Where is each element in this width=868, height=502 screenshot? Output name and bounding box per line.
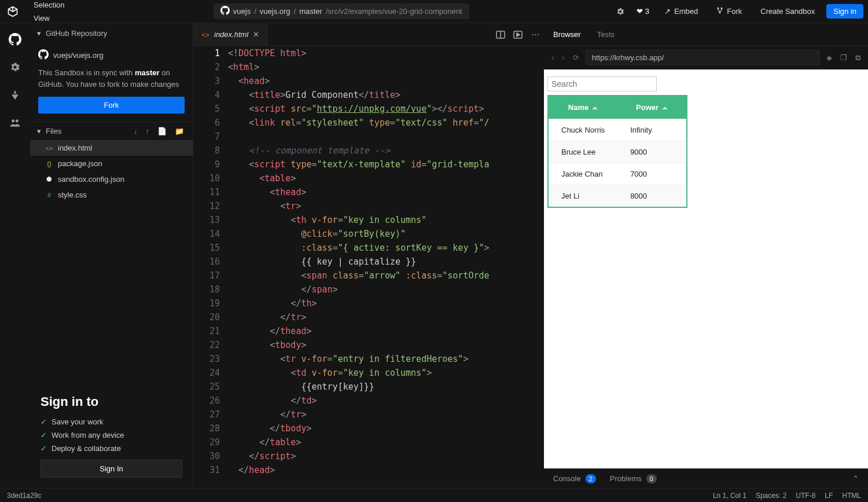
url-input[interactable] xyxy=(586,50,820,65)
copy-icon[interactable]: ⧉ xyxy=(854,53,862,63)
share-icon: ↗ xyxy=(664,7,671,16)
chevron-up-icon[interactable]: ⌃ xyxy=(852,474,859,483)
breadcrumb[interactable]: vuejs/ vuejs.org/ master /src/v2/example… xyxy=(214,3,469,19)
files-section-header[interactable]: ▾ Files ↓ ↑ 📄 📁 xyxy=(30,122,193,140)
activity-bar xyxy=(0,23,30,488)
eol[interactable]: LF xyxy=(825,492,833,500)
fork-button[interactable]: Fork xyxy=(709,4,749,19)
grid-column-header[interactable]: Name xyxy=(548,96,617,119)
github-icon xyxy=(38,49,49,61)
fork-icon xyxy=(716,7,723,16)
live-icon[interactable] xyxy=(8,116,22,130)
preview-icon[interactable] xyxy=(509,30,527,39)
diamond-icon[interactable]: ◈ xyxy=(825,53,834,62)
file-type-icon: {} xyxy=(45,160,53,168)
table-cell: 8000 xyxy=(617,185,687,208)
console-tab[interactable]: Console 2 xyxy=(553,474,596,483)
tab-index-html[interactable]: <> index.html ✕ xyxy=(193,23,268,46)
new-file-icon[interactable]: 📄 xyxy=(156,127,168,135)
file-type-icon: ⬢ xyxy=(45,175,53,184)
file-item[interactable]: #style.css xyxy=(30,187,193,203)
commit-hash[interactable]: 3ded1a29c xyxy=(7,492,41,500)
table-cell: 7000 xyxy=(617,163,687,185)
signin-title: Sign in to xyxy=(41,394,182,409)
file-item[interactable]: ⬢sandbox.config.json xyxy=(30,171,193,187)
svg-point-1 xyxy=(721,8,723,9)
refresh-icon[interactable]: ⟳ xyxy=(571,53,581,62)
table-cell: Jet Li xyxy=(548,185,617,208)
new-folder-icon[interactable]: 📁 xyxy=(173,127,186,135)
problems-tab[interactable]: Problems 0 xyxy=(610,474,657,483)
fork-sidebar-button[interactable]: Fork xyxy=(38,97,185,113)
svg-marker-8 xyxy=(517,33,520,36)
menu-item-selection[interactable]: Selection xyxy=(28,0,70,12)
heart-icon: ❤ xyxy=(637,7,643,16)
table-cell: Jackie Chan xyxy=(548,163,617,185)
sidebar-header[interactable]: ▾ GitHub Repository xyxy=(30,23,193,43)
file-list: <>index.html{}package.json⬢sandbox.confi… xyxy=(30,140,193,203)
forward-icon[interactable]: › xyxy=(560,53,566,62)
gear-icon[interactable] xyxy=(612,3,628,20)
more-icon[interactable]: ⋯ xyxy=(527,30,544,39)
status-bar: 3ded1a29c Ln 1, Col 1 Spaces: 2 UTF-8 LF… xyxy=(0,488,868,502)
sort-arrow-icon xyxy=(662,107,668,109)
console-count-badge: 2 xyxy=(586,474,596,483)
back-icon[interactable]: ‹ xyxy=(550,53,556,62)
language-mode[interactable]: HTML xyxy=(842,492,861,500)
sidebar: ▾ GitHub Repository vuejs/vuejs.org This… xyxy=(30,23,193,488)
github-icon xyxy=(220,6,230,17)
html-file-icon: <> xyxy=(201,31,209,39)
check-icon: ✓ xyxy=(41,444,47,453)
breadcrumb-path: /src/v2/examples/vue-20-grid-component xyxy=(326,7,462,16)
preview-column: Browser Tests ‹ › ⟳ ◈ ❐ ⧉ NamePower Chuc… xyxy=(544,23,868,488)
grid-column-header[interactable]: Power xyxy=(617,96,687,119)
table-row: Jet Li8000 xyxy=(548,185,687,208)
table-row: Jackie Chan7000 xyxy=(548,163,687,185)
deploy-icon[interactable] xyxy=(8,88,22,102)
file-name: package.json xyxy=(58,159,102,168)
svg-point-0 xyxy=(718,8,719,9)
encoding[interactable]: UTF-8 xyxy=(796,492,815,500)
cursor-position[interactable]: Ln 1, Col 1 xyxy=(713,492,746,500)
file-item[interactable]: {}package.json xyxy=(30,156,193,171)
repo-name: vuejs/vuejs.org xyxy=(53,51,104,60)
github-icon[interactable] xyxy=(8,32,22,46)
indent-setting[interactable]: Spaces: 2 xyxy=(756,492,786,500)
split-panel-icon[interactable] xyxy=(492,30,509,39)
download-icon[interactable]: ↓ xyxy=(132,127,139,135)
sync-message: This Sandbox is in sync with master on G… xyxy=(38,67,185,90)
open-window-icon[interactable]: ❐ xyxy=(838,53,849,62)
signin-panel-button[interactable]: Sign In xyxy=(41,460,182,478)
benefit-item: ✓Work from any device xyxy=(41,431,182,439)
create-sandbox-button[interactable]: Create Sandbox xyxy=(753,4,822,19)
chevron-down-icon: ▾ xyxy=(37,127,41,135)
file-item[interactable]: <>index.html xyxy=(30,140,193,156)
svg-point-4 xyxy=(16,119,19,122)
preview-tabs: Browser Tests xyxy=(544,23,868,46)
table-cell: Chuck Norris xyxy=(548,119,617,141)
embed-button[interactable]: ↗ Embed xyxy=(657,4,705,19)
file-type-icon: # xyxy=(45,191,53,199)
repo-link[interactable]: vuejs/vuejs.org xyxy=(38,49,185,61)
upload-icon[interactable]: ↑ xyxy=(144,127,152,135)
sort-arrow-icon xyxy=(592,107,598,109)
editor-tabbar: <> index.html ✕ ⋯ xyxy=(193,23,544,46)
svg-point-3 xyxy=(12,119,14,122)
table-cell: Infinity xyxy=(617,119,687,141)
preview-frame: NamePower Chuck NorrisInfinityBruce Lee9… xyxy=(544,69,868,468)
codesandbox-logo-icon[interactable] xyxy=(5,3,21,20)
breadcrumb-owner: vuejs xyxy=(233,7,251,16)
breadcrumb-repo: vuejs.org xyxy=(260,7,290,16)
settings-icon[interactable] xyxy=(8,60,22,74)
search-input[interactable] xyxy=(547,76,657,91)
signin-panel: Sign in to ✓Save your work✓Work from any… xyxy=(30,384,193,488)
table-row: Bruce Lee9000 xyxy=(548,141,687,163)
address-bar: ‹ › ⟳ ◈ ❐ ⧉ xyxy=(544,46,868,69)
signin-button[interactable]: Sign in xyxy=(826,4,863,19)
close-icon[interactable]: ✕ xyxy=(253,30,259,39)
tab-browser[interactable]: Browser xyxy=(553,30,581,39)
code-editor[interactable]: 1234567891011121314151617181920212223242… xyxy=(193,46,544,488)
table-cell: 9000 xyxy=(617,141,687,163)
like-button[interactable]: ❤ 3 xyxy=(633,7,653,16)
tab-tests[interactable]: Tests xyxy=(597,30,615,39)
